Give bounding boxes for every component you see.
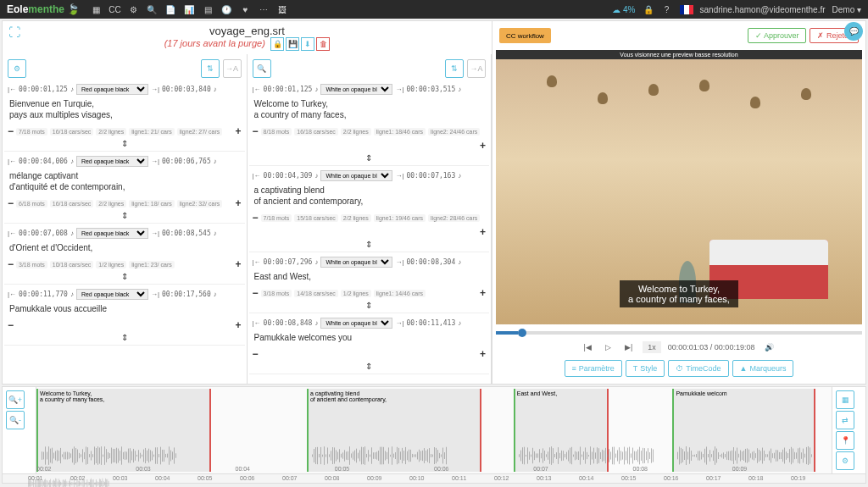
merge-arrow[interactable]: ⇕ <box>8 211 242 220</box>
chat-bubble[interactable]: 💬 <box>844 22 863 41</box>
save-button[interactable]: 💾 <box>286 37 299 51</box>
plus-button[interactable]: + <box>235 125 241 137</box>
delete-button[interactable]: 🗑 <box>316 37 330 51</box>
tl-tool-2[interactable]: ⇄ <box>836 411 854 429</box>
subtitle-text[interactable]: Pamukkale vous accueille <box>8 300 242 318</box>
flag-fr[interactable] <box>680 5 693 14</box>
subtitle-text[interactable]: Welcome to Turkey,a country of many face… <box>253 95 487 124</box>
tc-out-marker[interactable]: →| <box>151 291 159 298</box>
style-select[interactable]: Red opaque black <box>76 228 148 239</box>
plus-button[interactable]: + <box>235 197 241 209</box>
note-icon[interactable]: ♪ <box>70 230 74 237</box>
lock-file-button[interactable]: 🔒 <box>270 37 284 51</box>
tc-in-marker[interactable]: |← <box>8 291 16 298</box>
plus-button[interactable]: + <box>480 140 486 152</box>
merge-arrow[interactable]: ⇕ <box>253 153 487 163</box>
tc-out-marker[interactable]: →| <box>395 172 403 180</box>
timeline-clip[interactable]: a captivating blendof ancient and contem… <box>307 389 481 472</box>
timeline-clip[interactable]: East and West, <box>514 389 609 472</box>
subtitle-text[interactable]: mélange captivantd'antiquité et de conte… <box>8 167 242 196</box>
plus-button[interactable]: + <box>235 258 241 270</box>
tc-in[interactable]: 00:00:04,006 <box>19 158 68 165</box>
tab-marqueurs[interactable]: ▲ Marqueurs <box>732 360 794 377</box>
sort-button-2[interactable]: ⇅ <box>445 59 464 78</box>
tab-style[interactable]: T Style <box>626 360 665 377</box>
speed-select[interactable]: 1x <box>643 341 661 353</box>
clock-icon[interactable]: 🕐 <box>220 3 232 15</box>
help-icon[interactable]: ? <box>661 3 673 15</box>
play-button[interactable]: ▷ <box>602 341 615 353</box>
nav-icon[interactable]: ▦ <box>90 3 102 15</box>
note-icon[interactable]: ♪ <box>314 86 318 93</box>
binoculars-icon[interactable]: 🔍 <box>146 3 158 15</box>
subtitle-text[interactable]: d'Orient et d'Occident, <box>8 239 242 257</box>
tc-in-marker[interactable]: |← <box>253 258 261 266</box>
note-icon[interactable]: ♪ <box>314 258 318 266</box>
note-icon[interactable]: ♪ <box>70 86 74 93</box>
note-icon[interactable]: ♪ <box>70 291 74 298</box>
sort-button[interactable]: ⇅ <box>201 59 220 78</box>
image-icon[interactable]: 🖼 <box>276 3 288 15</box>
search-button[interactable]: 🔍 <box>253 59 271 78</box>
plus-button[interactable]: + <box>480 226 486 238</box>
tc-in[interactable]: 00:00:04,309 <box>264 172 313 180</box>
tc-in[interactable]: 00:00:07,296 <box>264 258 313 266</box>
style-select[interactable]: White on opaque bla... <box>320 84 392 95</box>
timeline-clip[interactable]: Pamukkale welcom <box>672 389 815 472</box>
note-icon[interactable]: ♪ <box>458 172 461 180</box>
tc-in[interactable]: 00:00:01,125 <box>264 86 313 93</box>
tc-in[interactable]: 00:00:08,848 <box>264 319 313 327</box>
style-select[interactable]: Red opaque black <box>76 156 148 167</box>
note-icon[interactable]: ♪ <box>458 319 461 327</box>
cc-workflow-button[interactable]: CC workflow <box>499 28 551 43</box>
progress-bar[interactable] <box>496 331 862 335</box>
dash-icon[interactable]: 📊 <box>183 3 195 15</box>
note-icon[interactable]: ♪ <box>458 258 461 266</box>
minus-button[interactable]: − <box>253 212 259 224</box>
volume-button[interactable]: 🔊 <box>761 341 777 353</box>
merge-arrow[interactable]: ⇕ <box>8 272 242 281</box>
heart-icon[interactable]: ♥ <box>239 3 251 15</box>
merge-arrow[interactable]: ⇕ <box>8 139 242 148</box>
minus-button[interactable]: − <box>8 125 14 137</box>
tc-in-marker[interactable]: |← <box>253 319 261 327</box>
note-icon[interactable]: ♪ <box>458 86 461 93</box>
minus-button[interactable]: − <box>253 287 259 299</box>
plus-button[interactable]: + <box>480 348 486 360</box>
minus-button[interactable]: − <box>8 319 14 331</box>
style-select[interactable]: White on opaque bla... <box>320 170 392 181</box>
tc-in[interactable]: 00:00:11,770 <box>19 291 68 298</box>
user-email[interactable]: sandrine.hamon@videomenthe.fr <box>700 5 826 14</box>
subtitle-text[interactable]: Bienvenue en Turquie,pays aux multiples … <box>8 95 242 124</box>
zoom-in-button[interactable]: 🔍+ <box>6 390 25 409</box>
settings-button[interactable]: ⚙ <box>8 59 26 78</box>
minus-button[interactable]: − <box>8 197 14 209</box>
tc-out[interactable]: 00:00:08,304 <box>406 258 455 266</box>
tc-out[interactable]: 00:00:07,163 <box>406 172 455 180</box>
table-icon[interactable]: ▤ <box>202 3 214 15</box>
tc-out-marker[interactable]: →| <box>395 86 403 93</box>
tc-out[interactable]: 00:00:17,560 <box>162 291 211 298</box>
subtitle-text[interactable]: East and West, <box>253 268 487 285</box>
gear-icon[interactable]: ⚙ <box>127 3 139 15</box>
style-select[interactable]: White on opaque bla... <box>320 257 392 268</box>
tab-timecode[interactable]: ⏱ TimeCode <box>668 360 728 377</box>
next-button[interactable]: ▶| <box>621 341 636 353</box>
subtitle-text[interactable]: Pamukkale welcomes you <box>253 329 487 346</box>
tl-tool-4[interactable]: ⚙ <box>836 451 854 470</box>
minus-button[interactable]: − <box>253 125 259 137</box>
tc-out[interactable]: 00:00:08,545 <box>162 230 211 237</box>
tc-out-marker[interactable]: →| <box>151 86 159 93</box>
minus-button[interactable]: − <box>253 348 259 360</box>
prev-button[interactable]: |◀ <box>581 341 595 353</box>
tc-in-marker[interactable]: |← <box>253 172 261 180</box>
timeline-clip[interactable]: Welcome to Turkey,a country of many face… <box>36 389 211 472</box>
note-icon[interactable]: ♪ <box>314 172 318 180</box>
zoom-out-button[interactable]: 🔍- <box>6 411 25 429</box>
doc-icon[interactable]: 📄 <box>164 3 176 15</box>
minus-button[interactable]: − <box>8 258 14 270</box>
lock-icon[interactable]: 🔒 <box>643 3 654 15</box>
tc-in-marker[interactable]: |← <box>8 86 16 93</box>
style-select[interactable]: White on opaque bla... <box>320 318 392 329</box>
tc-in[interactable]: 00:00:01,125 <box>19 86 68 93</box>
